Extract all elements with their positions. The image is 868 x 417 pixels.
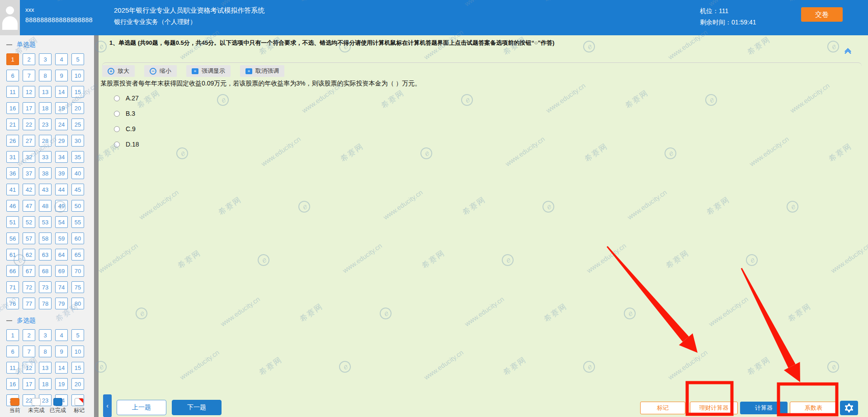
缩小-button[interactable]: −缩小 — [144, 65, 177, 77]
question-number-button[interactable]: 10 — [71, 346, 84, 357]
question-number-button[interactable]: 75 — [71, 281, 84, 293]
question-number-button[interactable]: 3 — [39, 329, 52, 341]
question-number-button[interactable]: 47 — [23, 200, 35, 212]
question-number-button[interactable]: 1 — [6, 329, 19, 341]
question-number-button[interactable]: 19 — [55, 102, 68, 114]
question-number-button[interactable]: 33 — [39, 151, 52, 163]
question-number-button[interactable]: 26 — [6, 135, 19, 147]
question-number-button[interactable]: 32 — [23, 151, 35, 163]
calculator-button[interactable]: 计算器 — [740, 402, 788, 414]
question-number-button[interactable]: 24 — [55, 118, 68, 130]
question-number-button[interactable]: 21 — [6, 118, 19, 130]
question-number-button[interactable]: 34 — [55, 151, 68, 163]
question-number-button[interactable]: 25 — [71, 118, 84, 130]
question-number-button[interactable]: 62 — [23, 249, 35, 261]
radio-icon[interactable] — [114, 126, 120, 132]
question-number-button[interactable]: 56 — [6, 232, 19, 244]
question-number-button[interactable]: 20 — [71, 378, 84, 390]
question-number-button[interactable]: 80 — [71, 298, 84, 309]
sidebar-scrollbar[interactable] — [94, 35, 99, 417]
question-number-button[interactable]: 61 — [6, 249, 19, 261]
question-number-button[interactable]: 65 — [71, 249, 84, 261]
answer-option[interactable]: A.27 — [114, 90, 139, 106]
question-number-button[interactable]: 11 — [6, 362, 19, 374]
question-number-button[interactable]: 12 — [23, 86, 35, 98]
question-number-button[interactable]: 4 — [55, 53, 68, 65]
question-number-button[interactable]: 23 — [39, 118, 52, 130]
放大-button[interactable]: +放大 — [102, 65, 135, 77]
question-number-button[interactable]: 31 — [6, 151, 19, 163]
question-number-button[interactable]: 54 — [55, 216, 68, 228]
question-number-button[interactable]: 42 — [23, 184, 35, 195]
answer-option[interactable]: B.3 — [114, 106, 139, 121]
question-number-button[interactable]: 16 — [6, 378, 19, 390]
question-number-button[interactable]: 44 — [55, 184, 68, 195]
question-number-button[interactable]: 18 — [39, 378, 52, 390]
question-number-button[interactable]: 41 — [6, 184, 19, 195]
question-number-button[interactable]: 35 — [71, 151, 84, 163]
sidebar-collapse-tab[interactable]: ‹ — [103, 394, 112, 417]
question-number-button[interactable]: 49 — [55, 200, 68, 212]
question-number-button[interactable]: 14 — [55, 362, 68, 374]
question-number-button[interactable]: 2 — [23, 329, 35, 341]
question-number-button[interactable]: 38 — [39, 167, 52, 179]
question-number-button[interactable]: 11 — [6, 86, 19, 98]
collapse-minus-icon[interactable] — [6, 320, 12, 321]
强调显示-button[interactable]: ≡强调显示 — [186, 65, 231, 77]
question-number-button[interactable]: 13 — [39, 362, 52, 374]
question-number-button[interactable]: 18 — [39, 102, 52, 114]
question-number-button[interactable]: 16 — [6, 102, 19, 114]
question-number-button[interactable]: 22 — [23, 118, 35, 130]
question-number-button[interactable]: 68 — [39, 265, 52, 277]
question-number-button[interactable]: 58 — [39, 232, 52, 244]
question-number-button[interactable]: 39 — [55, 167, 68, 179]
collapse-up-icon[interactable] — [844, 49, 852, 52]
question-number-button[interactable]: 64 — [55, 249, 68, 261]
question-number-button[interactable]: 48 — [39, 200, 52, 212]
radio-icon[interactable] — [114, 111, 120, 117]
question-number-button[interactable]: 30 — [71, 135, 84, 147]
question-number-button[interactable]: 9 — [55, 70, 68, 81]
question-number-button[interactable]: 4 — [55, 329, 68, 341]
question-number-button[interactable]: 52 — [23, 216, 35, 228]
radio-icon[interactable] — [114, 95, 120, 101]
question-number-button[interactable]: 15 — [71, 362, 84, 374]
settings-button[interactable] — [840, 401, 858, 415]
question-number-button[interactable]: 67 — [23, 265, 35, 277]
question-number-button[interactable]: 9 — [55, 346, 68, 357]
question-number-button[interactable]: 78 — [39, 298, 52, 309]
question-number-button[interactable]: 53 — [39, 216, 52, 228]
previous-question-button[interactable]: 上一题 — [117, 400, 166, 415]
question-number-button[interactable]: 27 — [23, 135, 35, 147]
question-number-button[interactable]: 76 — [6, 298, 19, 309]
question-number-button[interactable]: 15 — [71, 86, 84, 98]
取消强调-button[interactable]: ≡取消强调 — [240, 65, 284, 77]
question-number-button[interactable]: 3 — [39, 53, 52, 65]
question-number-button[interactable]: 28 — [39, 135, 52, 147]
question-number-button[interactable]: 20 — [71, 102, 84, 114]
next-question-button[interactable]: 下一题 — [172, 400, 222, 415]
question-number-button[interactable]: 8 — [39, 70, 52, 81]
question-number-button[interactable]: 66 — [6, 265, 19, 277]
question-number-button[interactable]: 8 — [39, 346, 52, 357]
question-number-button[interactable]: 60 — [71, 232, 84, 244]
question-number-button[interactable]: 6 — [6, 346, 19, 357]
question-number-button[interactable]: 73 — [39, 281, 52, 293]
question-number-button[interactable]: 6 — [6, 70, 19, 81]
question-number-button[interactable]: 19 — [55, 378, 68, 390]
question-number-button[interactable]: 72 — [23, 281, 35, 293]
question-number-button[interactable]: 79 — [55, 298, 68, 309]
question-number-button[interactable]: 12 — [23, 362, 35, 374]
financial-calculator-button[interactable]: 理财计算器 — [690, 402, 738, 414]
question-number-button[interactable]: 7 — [23, 70, 35, 81]
question-number-button[interactable]: 51 — [6, 216, 19, 228]
submit-paper-button[interactable]: 交卷 — [801, 7, 843, 22]
question-number-button[interactable]: 59 — [55, 232, 68, 244]
question-number-button[interactable]: 37 — [23, 167, 35, 179]
question-number-button[interactable]: 63 — [39, 249, 52, 261]
collapse-minus-icon[interactable] — [6, 44, 12, 45]
question-number-button[interactable]: 71 — [6, 281, 19, 293]
question-number-button[interactable]: 29 — [55, 135, 68, 147]
question-number-button[interactable]: 14 — [55, 86, 68, 98]
question-number-button[interactable]: 46 — [6, 200, 19, 212]
